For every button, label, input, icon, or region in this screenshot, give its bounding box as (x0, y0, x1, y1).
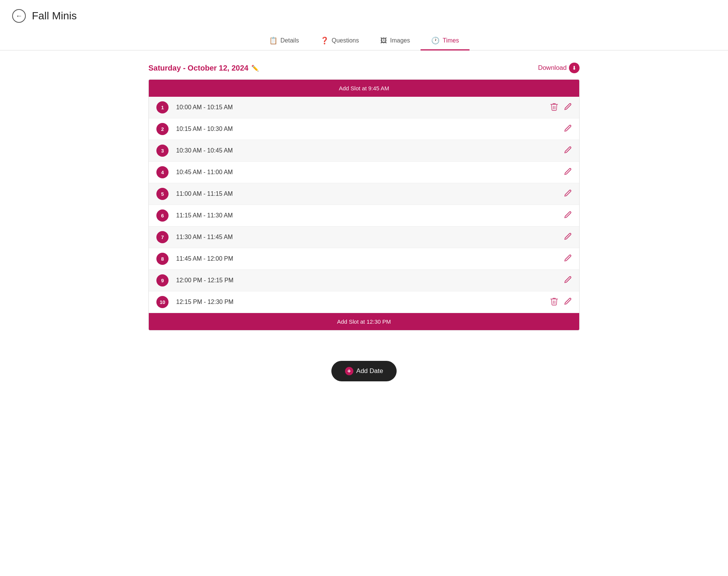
date-title-text: Saturday - October 12, 2024 (148, 64, 248, 72)
slot-row-4: 4 10:45 AM - 11:00 AM (149, 162, 579, 183)
edit-slot-3-icon[interactable] (564, 146, 572, 156)
edit-slot-1-icon[interactable] (564, 103, 572, 112)
edit-slot-9-icon[interactable] (564, 276, 572, 285)
back-arrow-icon: ← (16, 12, 22, 20)
slot-actions-6 (564, 211, 572, 220)
add-date-label: Add Date (356, 367, 383, 375)
slot-time-1: 10:00 AM - 10:15 AM (176, 104, 550, 111)
plus-icon: + (345, 367, 353, 375)
slot-number-8: 8 (156, 253, 169, 265)
slot-time-9: 12:00 PM - 12:15 PM (176, 277, 564, 284)
edit-slot-8-icon[interactable] (564, 254, 572, 264)
slot-actions-1 (550, 102, 572, 113)
slot-row-1: 1 10:00 AM - 10:15 AM (149, 97, 579, 118)
page-header: ← Fall Minis (0, 0, 728, 32)
slot-time-7: 11:30 AM - 11:45 AM (176, 234, 564, 241)
slot-number-7: 7 (156, 231, 169, 243)
slot-row-8: 8 11:45 AM - 12:00 PM (149, 248, 579, 270)
slot-actions-5 (564, 189, 572, 199)
slot-actions-2 (564, 124, 572, 134)
tabs-container: 📋 Details ❓ Questions 🖼 Images 🕐 Times (0, 32, 728, 50)
slot-time-4: 10:45 AM - 11:00 AM (176, 169, 564, 176)
delete-slot-1-icon[interactable] (550, 102, 558, 113)
slot-row-9: 9 12:00 PM - 12:15 PM (149, 270, 579, 291)
slot-actions-4 (564, 168, 572, 177)
slot-actions-9 (564, 276, 572, 285)
add-slot-bottom-label: Add Slot at 12:30 PM (337, 318, 391, 325)
add-slot-top-button[interactable]: Add Slot at 9:45 AM (149, 80, 579, 97)
tab-images[interactable]: 🖼 Images (370, 32, 421, 50)
slot-actions-3 (564, 146, 572, 156)
main-content: Saturday - October 12, 2024 ✏️ Download … (136, 50, 592, 409)
slot-row-6: 6 11:15 AM - 11:30 AM (149, 205, 579, 227)
slot-time-10: 12:15 PM - 12:30 PM (176, 299, 550, 305)
back-button[interactable]: ← (12, 9, 26, 23)
slot-time-8: 11:45 AM - 12:00 PM (176, 255, 564, 262)
slot-row-3: 3 10:30 AM - 10:45 AM (149, 140, 579, 162)
page-title: Fall Minis (32, 10, 77, 22)
slot-time-3: 10:30 AM - 10:45 AM (176, 147, 564, 154)
edit-slot-7-icon[interactable] (564, 233, 572, 242)
tab-questions[interactable]: ❓ Questions (310, 32, 370, 50)
delete-slot-10-icon[interactable] (550, 297, 558, 307)
slot-time-2: 10:15 AM - 10:30 AM (176, 126, 564, 132)
edit-slot-10-icon[interactable] (564, 297, 572, 307)
slot-number-3: 3 (156, 145, 169, 157)
tab-times[interactable]: 🕐 Times (421, 32, 470, 50)
questions-icon: ❓ (320, 36, 329, 45)
slot-actions-8 (564, 254, 572, 264)
slot-row-10: 10 12:15 PM - 12:30 PM (149, 291, 579, 313)
edit-slot-6-icon[interactable] (564, 211, 572, 220)
add-slot-top-label: Add Slot at 9:45 AM (339, 85, 389, 91)
edit-slot-2-icon[interactable] (564, 124, 572, 134)
schedule-container: Add Slot at 9:45 AM 1 10:00 AM - 10:15 A… (148, 79, 580, 330)
slot-actions-10 (550, 297, 572, 307)
slot-time-5: 11:00 AM - 11:15 AM (176, 190, 564, 197)
times-icon: 🕐 (431, 36, 440, 45)
edit-date-icon[interactable]: ✏️ (251, 65, 259, 72)
date-title-group: Saturday - October 12, 2024 ✏️ (148, 64, 259, 72)
slot-row-2: 2 10:15 AM - 10:30 AM (149, 118, 579, 140)
add-date-button[interactable]: + Add Date (331, 361, 397, 381)
slot-number-10: 10 (156, 296, 169, 308)
download-button[interactable]: Download ⬇ (538, 63, 580, 73)
slot-number-4: 4 (156, 166, 169, 178)
slot-row-5: 5 11:00 AM - 11:15 AM (149, 183, 579, 205)
slot-number-5: 5 (156, 188, 169, 200)
download-icon: ⬇ (569, 63, 580, 73)
images-icon: 🖼 (380, 37, 387, 45)
tab-times-label: Times (443, 37, 459, 44)
slot-number-6: 6 (156, 209, 169, 222)
edit-slot-4-icon[interactable] (564, 168, 572, 177)
tab-details[interactable]: 📋 Details (258, 32, 310, 50)
download-label: Download (538, 64, 567, 72)
slot-number-1: 1 (156, 101, 169, 113)
add-slot-bottom-button[interactable]: Add Slot at 12:30 PM (149, 313, 579, 330)
tab-images-label: Images (390, 37, 410, 44)
tab-details-label: Details (280, 37, 299, 44)
slot-number-9: 9 (156, 274, 169, 286)
tab-questions-label: Questions (332, 37, 359, 44)
slot-time-6: 11:15 AM - 11:30 AM (176, 212, 564, 219)
slot-actions-7 (564, 233, 572, 242)
slot-number-2: 2 (156, 123, 169, 135)
details-icon: 📋 (269, 36, 277, 45)
edit-slot-5-icon[interactable] (564, 189, 572, 199)
date-header: Saturday - October 12, 2024 ✏️ Download … (148, 63, 580, 73)
slot-row-7: 7 11:30 AM - 11:45 AM (149, 227, 579, 248)
